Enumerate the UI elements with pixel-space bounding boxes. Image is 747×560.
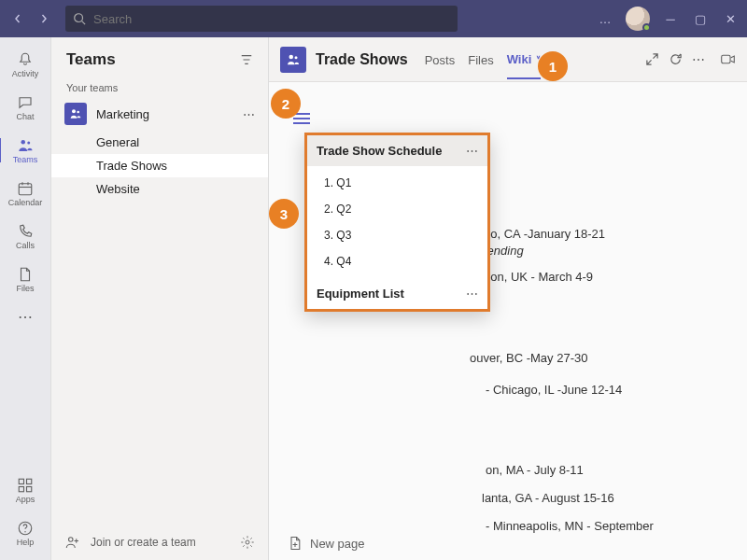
rail-apps[interactable]: Apps [4,470,47,510]
svg-point-19 [295,56,298,59]
rail-label: Activity [12,69,39,78]
filter-icon[interactable] [240,53,253,66]
popup-page-title: Equipment List [317,287,404,301]
join-create-team[interactable]: Join or create a team [51,525,268,560]
page-text: don, UK - March 4-9 [484,270,593,284]
svg-point-15 [77,111,79,114]
more-icon[interactable]: … [596,12,614,26]
join-label: Join or create a team [91,536,196,549]
channel-badge-icon [280,47,306,73]
phone-icon [17,223,34,240]
wiki-content: go, CA -January 18-21 tending don, UK - … [269,82,747,560]
avatar[interactable] [626,7,650,31]
popup-item-q2[interactable]: 2. Q2 [307,196,487,222]
page-text: ouver, BC -May 27-30 [470,351,587,365]
popup-item-q4[interactable]: 4. Q4 [307,248,487,274]
refresh-icon[interactable] [669,52,683,66]
presence-indicator [642,23,651,32]
svg-rect-10 [19,486,23,491]
rail-label: Chat [16,112,34,121]
svg-point-13 [24,531,25,532]
your-teams-label: Your teams [51,78,268,97]
new-page-button[interactable]: New page [288,536,365,551]
nav-back-icon[interactable] [7,8,28,29]
rail-files[interactable]: Files [4,259,47,299]
rail-chat[interactable]: Chat [4,88,47,127]
app-rail: Activity Chat Teams Calendar Calls Files… [0,37,51,560]
tab-wiki[interactable]: Wiki ˅ [507,39,541,79]
rail-activity[interactable]: Activity [4,45,47,84]
svg-rect-11 [27,486,32,491]
popup-item-q1[interactable]: 1. Q1 [307,170,487,196]
chat-icon [17,94,34,111]
search-input[interactable] [93,12,450,26]
svg-point-18 [289,54,294,59]
callout-1: 1 [538,51,568,81]
calendar-icon [17,180,34,197]
window-minimize-button[interactable]: ─ [661,12,680,26]
callout-3: 3 [269,199,299,229]
page-text: - Chicago, IL -June 12-14 [486,383,622,397]
channel-trade-shows[interactable]: Trade Shows [51,154,268,177]
apps-icon [17,477,34,494]
rail-calendar[interactable]: Calendar [4,174,47,213]
wiki-nav-popup: Trade Show Schedule ⋯ 1. Q1 2. Q2 3. Q3 … [304,133,490,312]
rail-label: Teams [13,155,38,164]
rail-label: Apps [16,495,35,504]
svg-rect-9 [27,479,32,483]
popup-page-title: Trade Show Schedule [317,144,442,158]
svg-point-16 [69,538,74,542]
header-more-icon[interactable]: ⋯ [692,52,705,67]
popup-page-more-icon[interactable]: ⋯ [466,287,478,301]
channel-title: Trade Shows [316,51,408,68]
page-text: lanta, GA - August 15-16 [482,491,614,505]
channel-header: Trade Shows Posts Files Wiki ˅ ⋯ [269,37,747,82]
nav-forward-icon[interactable] [34,8,54,29]
channel-general[interactable]: General [51,131,268,154]
popup-page-trade-show-schedule[interactable]: Trade Show Schedule ⋯ [307,135,487,166]
bell-icon [17,51,34,68]
rail-label: Files [16,284,34,293]
search-icon [73,12,86,25]
title-bar: … ─ ▢ ✕ [0,0,747,37]
new-page-label: New page [310,537,365,551]
svg-point-14 [72,109,76,113]
rail-label: Calls [16,241,35,250]
window-maximize-button[interactable]: ▢ [691,12,710,26]
rail-help[interactable]: Help [4,513,47,553]
tab-files[interactable]: Files [468,40,493,78]
page-text: on, MA - July 8-11 [486,463,584,477]
rail-calls[interactable]: Calls [4,217,47,256]
window-close-button[interactable]: ✕ [721,12,740,26]
rail-label: Calendar [8,198,43,207]
people-add-icon [64,534,81,551]
page-text: go, CA -January 18-21 [484,227,605,241]
file-icon [17,266,34,283]
popup-item-q3[interactable]: 3. Q3 [307,222,487,248]
rail-label: Help [17,538,35,547]
popup-page-equipment-list[interactable]: Equipment List ⋯ [307,278,487,309]
popup-page-more-icon[interactable]: ⋯ [466,144,478,158]
expand-icon[interactable] [645,52,659,66]
team-more-icon[interactable]: ⋯ [243,107,255,121]
svg-point-17 [246,540,249,544]
teams-icon [17,137,34,154]
rail-teams[interactable]: Teams [4,131,47,170]
tab-posts[interactable]: Posts [425,40,456,78]
svg-point-3 [27,141,30,144]
meet-icon[interactable] [720,51,736,67]
svg-rect-4 [19,183,32,194]
team-marketing[interactable]: Marketing ⋯ [51,97,268,131]
new-page-icon [288,536,303,551]
svg-point-0 [75,14,83,22]
teams-pane: Teams Your teams Marketing ⋯ General Tra… [51,37,269,560]
svg-line-1 [82,21,86,25]
channel-website[interactable]: Website [51,177,268,201]
teams-title: Teams [66,50,116,69]
settings-gear-icon[interactable] [240,535,255,550]
svg-point-2 [21,140,26,145]
svg-rect-8 [19,479,23,483]
callout-2: 2 [271,89,301,119]
search-box[interactable] [65,6,458,32]
rail-more-icon[interactable]: ⋯ [18,308,33,326]
